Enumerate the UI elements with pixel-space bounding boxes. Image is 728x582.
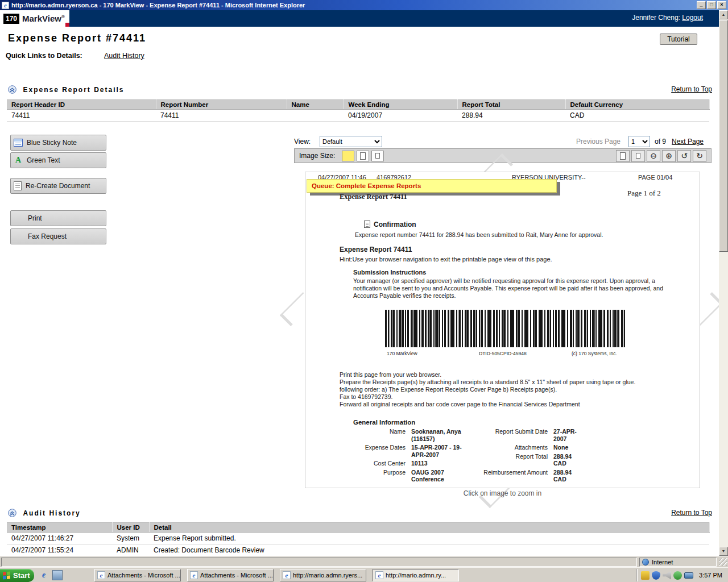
column-header: Timestamp — [7, 523, 112, 533]
general-information-title: General Information — [353, 419, 415, 426]
submission-instructions-text: Your manager (or specified approver) wil… — [353, 277, 669, 300]
detail-cell: Created: Document Barcode Review — [149, 544, 709, 556]
logo-text: MarkView® — [22, 14, 65, 23]
taskbar-task-3[interactable]: e http://mario.admn.ryers... — [280, 569, 366, 581]
info-label: Report Total — [475, 453, 548, 467]
logout-link[interactable]: Logout — [682, 14, 703, 22]
print-instructions: Print this page from your web browser. P… — [340, 371, 689, 408]
info-value: 288.94 CAD — [553, 469, 584, 483]
fit-page-button[interactable] — [616, 150, 630, 162]
collapse-audit-icon[interactable] — [8, 509, 16, 517]
audit-history-link[interactable]: Audit History — [104, 52, 144, 60]
audit-history-table: Timestamp User ID Detail 04/27/2007 11:4… — [7, 522, 710, 556]
window-title: http://mario.admn.ryerson.ca - 170 MarkV… — [11, 2, 696, 9]
tray-clock-icon[interactable] — [641, 571, 650, 580]
column-header: Report Total — [457, 100, 565, 110]
info-label: Attachments — [475, 444, 548, 451]
tray-volume-icon[interactable] — [663, 571, 671, 580]
pages-icon — [636, 153, 640, 159]
info-label: Cost Center — [345, 460, 406, 467]
rotate-right-icon: ↻ — [696, 151, 703, 160]
security-zone-pane: Internet — [639, 558, 717, 567]
barcode-copyright-caption: (c) 170 Systems, Inc. — [572, 351, 617, 356]
table-row: 04/27/2007 11:55:24 ADMIN Created: Docum… — [7, 544, 709, 556]
thumbnail-view-button[interactable] — [631, 150, 645, 162]
rotate-right-button[interactable]: ↻ — [693, 150, 706, 162]
user-id-cell: System — [112, 533, 149, 544]
info-label: Name — [345, 428, 406, 442]
markview-header: 170 MarkView® Jennifer Cheng: Logout — [0, 10, 719, 27]
column-header: Week Ending — [344, 100, 457, 110]
next-page-link[interactable]: Next Page — [672, 138, 704, 146]
column-header: Report Header ID — [7, 100, 156, 110]
page-number-select[interactable]: 1 — [628, 136, 650, 147]
quick-launch-ie-icon[interactable]: e — [39, 570, 49, 580]
tray-shield-icon[interactable] — [652, 571, 660, 580]
print-button[interactable]: Print — [10, 210, 106, 226]
image-size-small-button[interactable] — [342, 151, 354, 161]
print-instruction-line: Forward all original receipts and bar co… — [340, 401, 689, 408]
timestamp-cell: 04/27/2007 11:55:24 — [7, 544, 112, 556]
scrollbar-thumb[interactable] — [719, 20, 728, 252]
tray-agent-icon[interactable] — [673, 571, 682, 580]
zoom-out-button[interactable]: ⊖ — [647, 150, 660, 162]
ie-icon: e — [375, 571, 383, 579]
collapse-details-icon[interactable] — [8, 85, 16, 94]
system-tray: 3:57 PM — [636, 569, 727, 581]
view-select[interactable]: Default — [320, 136, 382, 147]
table-row: 74411 74411 04/19/2007 288.94 CAD — [7, 110, 709, 122]
info-value: 10113 — [411, 460, 475, 467]
image-size-label: Image Size: — [299, 152, 335, 160]
status-bar: Internet — [0, 556, 728, 567]
column-header: User ID — [112, 523, 149, 533]
taskbar-task-4[interactable]: e http://mario.admn.ry... — [373, 569, 459, 581]
page-icon — [620, 152, 626, 160]
quick-launch-desktop-icon[interactable] — [52, 570, 63, 580]
taskbar-clock: 3:57 PM — [696, 572, 727, 579]
barcode-id-caption: DTID-505CPID-45948 — [479, 351, 527, 356]
confirmation-icon — [364, 221, 370, 228]
details-return-to-top-link[interactable]: Return to Top — [671, 85, 712, 93]
rotate-left-button[interactable]: ↺ — [677, 150, 691, 162]
screen: e http://mario.admn.ryerson.ca - 170 Mar… — [0, 0, 728, 582]
green-text-button[interactable]: A Green Text — [10, 152, 106, 168]
image-size-medium-button[interactable] — [357, 151, 369, 161]
column-header: Detail — [149, 523, 709, 533]
zoom-hint-label: Click on image to zoom in — [305, 489, 700, 497]
minimize-button[interactable]: _ — [697, 1, 706, 9]
audit-return-to-top-link[interactable]: Return to Top — [671, 509, 712, 517]
table-row: 04/27/2007 11:46:27 System Expense Repor… — [7, 533, 709, 544]
info-label: Report Submit Date — [475, 428, 548, 442]
doc-page-label: Page 1 of 2 — [627, 189, 661, 198]
document-image[interactable]: 04/27/2007 11:46 4169792612 RYERSON UNIV… — [305, 172, 700, 488]
page-icon — [375, 153, 380, 159]
expense-details-table: Report Header ID Report Number Name Week… — [7, 99, 710, 122]
windows-flag-icon — [3, 572, 11, 580]
logo-accent — [65, 23, 69, 27]
fax-header-text: PAGE 01/04 — [638, 174, 672, 181]
scrollbar-down-button[interactable]: ▼ — [719, 547, 728, 556]
image-size-large-button[interactable] — [371, 151, 384, 161]
details-section-header: Expense Report Details Return to Top — [8, 84, 712, 93]
zoom-in-button[interactable]: ⊕ — [662, 150, 676, 162]
taskbar-task-2[interactable]: e Attachments - Microsoft ... — [187, 569, 274, 581]
taskbar-task-1[interactable]: e Attachments - Microsoft ... — [94, 569, 181, 581]
fax-request-button[interactable]: Fax Request — [10, 228, 106, 244]
info-value: OAUG 2007 Conference — [411, 469, 475, 483]
tray-network-icon[interactable] — [684, 572, 693, 579]
start-button[interactable]: Start — [0, 569, 34, 582]
maximize-button[interactable]: □ — [707, 1, 716, 9]
taskbar: Start e e Attachments - Microsoft ... e … — [0, 567, 728, 582]
window-titlebar: e http://mario.admn.ryerson.ca - 170 Mar… — [0, 0, 728, 10]
close-button[interactable]: × — [717, 1, 726, 9]
info-value: 15-APR-2007 - 19-APR-2007 — [411, 444, 475, 458]
tutorial-button[interactable]: Tutorial — [660, 34, 697, 45]
status-message-pane — [1, 558, 637, 567]
sticky-note-annotation[interactable]: Queue: Complete Expense Reports — [307, 179, 557, 193]
recreate-document-button[interactable]: Re-Create Document — [10, 178, 106, 194]
page-count-label: of 9 — [655, 138, 666, 146]
print-instruction-line: Fax to 4169792739. — [340, 393, 689, 401]
logo-170-badge: 170 — [3, 14, 19, 24]
vertical-scrollbar[interactable]: ▲ ▼ — [719, 10, 728, 556]
scrollbar-up-button[interactable]: ▲ — [719, 10, 728, 19]
